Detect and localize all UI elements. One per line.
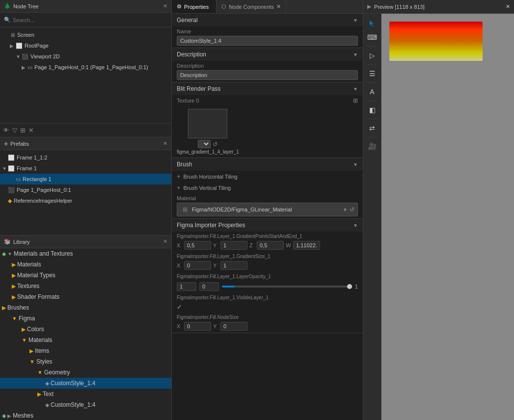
folder-icon: ▶ xyxy=(12,272,16,279)
prefabs-content: ⬜ Frame 1_1:2 ▼ ⬜ Frame 1 ▭ Rectangle 1 … xyxy=(0,150,171,235)
helper-icon: ◆ xyxy=(8,198,12,204)
library-header: 📚 Library ✕ xyxy=(0,236,171,248)
xyzw-row-2: X Y xyxy=(172,260,363,272)
z-input[interactable] xyxy=(257,241,284,250)
lib-item-items[interactable]: ▶ Items xyxy=(0,345,171,356)
lib-item-figma[interactable]: ▼ Figma xyxy=(0,313,171,324)
x2-input[interactable] xyxy=(184,261,211,270)
general-section-header[interactable]: General ▼ xyxy=(172,14,363,26)
figma-prop-4: FigmaImporter.Fill.Layer_1.VisibleLayer_… xyxy=(172,293,363,313)
figma-section-header[interactable]: Figma Importer Properties ▼ xyxy=(172,219,363,232)
prefabs-close[interactable]: ✕ xyxy=(163,140,167,147)
node-tree-close[interactable]: ✕ xyxy=(163,3,167,9)
name-input[interactable] xyxy=(177,36,358,46)
nodecomp-tab-close[interactable]: ✕ xyxy=(276,3,281,10)
brush-section-title: Brush xyxy=(177,161,192,168)
prefab-item-frame1[interactable]: ▼ ⬜ Frame 1 xyxy=(0,163,171,174)
eye-icon[interactable]: 👁 xyxy=(3,127,9,134)
description-section-header[interactable]: Description ▼ xyxy=(172,48,363,61)
w-input[interactable] xyxy=(293,241,320,250)
tree-item-viewport2d[interactable]: ▼ ⬛ Viewport 2D xyxy=(0,51,171,62)
lib-item-materials[interactable]: ▶ Materials xyxy=(0,259,171,270)
texture-refresh-icon[interactable]: ↺ xyxy=(213,141,217,148)
material-grid-icon[interactable]: ⊞ xyxy=(180,205,190,214)
lib-item-geometry[interactable]: ▼ Geometry xyxy=(0,367,171,378)
blit-section-header[interactable]: Blit Render Pass ▼ xyxy=(172,82,363,95)
opacity-slider-dot xyxy=(347,284,352,289)
close-icon[interactable]: ✕ xyxy=(28,127,34,134)
xyzw-x2: X xyxy=(177,261,211,270)
x-input[interactable] xyxy=(184,241,211,250)
texture-area: ↺ figma_gradient_1_4_layer_1 xyxy=(172,106,363,158)
texture-row-header: Texture 0 ⊞ xyxy=(172,95,363,106)
texture-select[interactable] xyxy=(198,140,211,148)
brush-section-header[interactable]: Brush ▼ xyxy=(172,158,363,171)
texture-name: figma_gradient_1_4_layer_1 xyxy=(177,149,239,155)
gradient-preview xyxy=(389,22,483,61)
material-select[interactable]: ⊞ Figma/NODE2D/Figma_GLinear_Material ▼ … xyxy=(177,203,358,216)
preview-close[interactable]: ✕ xyxy=(506,3,510,10)
lib-item-brushes[interactable]: ▶ Brushes xyxy=(0,302,171,313)
list-icon-btn[interactable]: ☰ xyxy=(366,68,378,79)
tree-label-pagehost: Page 1_PageHost_0:1 (Page 1_PageHost_0:1… xyxy=(34,64,148,70)
checkmark-icon[interactable]: ✓ xyxy=(177,303,182,311)
material-refresh-icon[interactable]: ↺ xyxy=(350,206,354,213)
layers-icon-btn[interactable]: ◧ xyxy=(366,104,378,116)
lib-item-shader-formats[interactable]: ▶ Shader Formats xyxy=(0,291,171,302)
opacity-slider[interactable] xyxy=(222,286,352,288)
keyboard-icon-btn[interactable]: ⌨ xyxy=(366,31,378,43)
material-row: Material ⊞ Figma/NODE2D/Figma_GLinear_Ma… xyxy=(172,193,363,218)
prefab-item-pagehost1[interactable]: ⬛ Page 1_PageHost_0:1 xyxy=(0,184,171,195)
preview-play-icon: ▶ xyxy=(367,3,371,10)
prefab-item-rect1[interactable]: ▭ Rectangle 1 xyxy=(0,174,171,184)
library-close[interactable]: ✕ xyxy=(163,238,167,245)
search-input[interactable] xyxy=(13,17,167,23)
tree-item-screen[interactable]: 🖥 Screen xyxy=(0,29,171,40)
tab-properties[interactable]: ⚙ Properties xyxy=(172,0,216,13)
brush-add-horiz-row[interactable]: + Brush Horizontal Tiling xyxy=(172,171,363,182)
prefab-item-refhelper[interactable]: ◆ ReferenceImagesHelper xyxy=(0,195,171,206)
texture-label: Texture 0 xyxy=(177,98,353,104)
lib-item-materials2[interactable]: ▼ Materials xyxy=(0,335,171,345)
lib-item-meshes[interactable]: ◆ ▶ Meshes xyxy=(0,410,171,420)
tree-item-rootpage[interactable]: ▶ ⬜ RootPage xyxy=(0,40,171,51)
lib-item-material-types[interactable]: ▶ Material Types xyxy=(0,270,171,281)
texture-grid-icon[interactable]: ⊞ xyxy=(353,97,358,104)
lib-item-text[interactable]: ▶ Text xyxy=(0,389,171,399)
item-icon: ◈ xyxy=(45,380,49,387)
text-icon-btn[interactable]: A xyxy=(366,86,378,98)
filter-icon[interactable]: ▽ xyxy=(12,127,17,134)
lib-item-customstyle1[interactable]: ◈ CustomStyle_1:4 xyxy=(0,378,171,389)
tree-item-pagehost[interactable]: ▶ ▭ Page 1_PageHost_0:1 (Page 1_PageHost… xyxy=(0,62,171,73)
node-tree-content: 🖥 Screen ▶ ⬜ RootPage ▼ ⬛ Viewport 2D xyxy=(0,27,171,123)
xyzw-z: Z xyxy=(249,241,284,250)
lib-item-styles[interactable]: ▼ Styles xyxy=(0,356,171,367)
pointer-icon-btn[interactable]: ▷ xyxy=(366,50,378,61)
z-label: Z xyxy=(249,242,255,248)
texture-thumbnail[interactable] xyxy=(188,109,227,138)
y-input[interactable] xyxy=(220,241,247,250)
desc-input[interactable] xyxy=(177,70,358,80)
lib-label: Brushes xyxy=(7,304,29,311)
grid-icon[interactable]: ⊞ xyxy=(20,127,26,134)
dropdown-arrow: ▼ xyxy=(343,207,348,212)
share-icon-btn[interactable]: ⇄ xyxy=(366,122,378,134)
tab-node-components[interactable]: ⬡ Node Components ✕ xyxy=(216,0,286,13)
brush-horiz-label: Brush Horizontal Tiling xyxy=(184,174,238,180)
x3-input[interactable] xyxy=(184,322,211,331)
cursor-icon-btn[interactable] xyxy=(366,18,378,29)
lib-item-textures[interactable]: ▶ Textures xyxy=(0,281,171,291)
camera-icon-btn[interactable]: 🎥 xyxy=(366,140,378,152)
opacity-input-1[interactable] xyxy=(177,282,196,291)
lib-item-mats-textures[interactable]: ◆ ▼ Materials and Textures xyxy=(0,248,171,259)
y3-input[interactable] xyxy=(220,322,247,331)
lib-item-colors[interactable]: ▶ Colors xyxy=(0,324,171,335)
prefab-label: Frame 1_1:2 xyxy=(17,155,47,160)
properties-icon: ⚙ xyxy=(177,3,182,10)
y2-input[interactable] xyxy=(220,261,247,270)
brush-add-vert-row[interactable]: + Brush Vertical Tiling xyxy=(172,182,363,193)
prefabs-header: ◈ Prefabs ✕ xyxy=(0,137,171,150)
prefab-item-frame112[interactable]: ⬜ Frame 1_1:2 xyxy=(0,152,171,163)
lib-item-customstyle2[interactable]: ◈ CustomStyle_1:4 xyxy=(0,399,171,410)
opacity-input-2[interactable] xyxy=(199,282,219,291)
